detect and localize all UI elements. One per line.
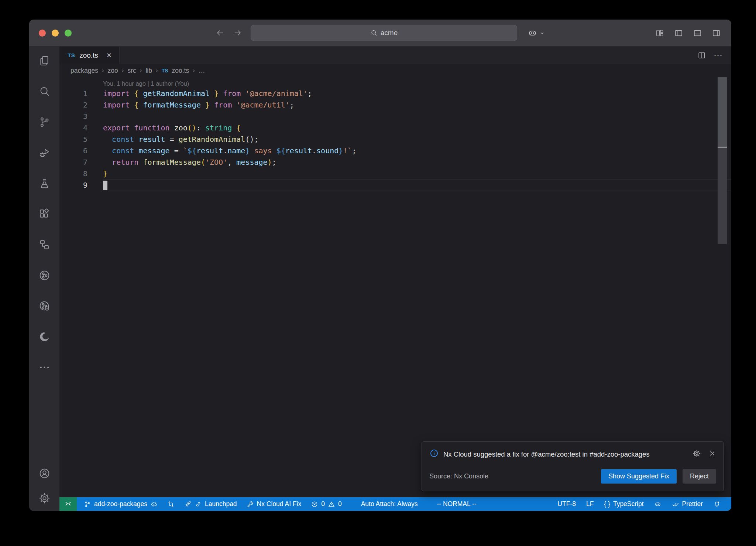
status-nx-cloud-ai-fix[interactable]: Nx Cloud AI Fix (243, 497, 306, 511)
copilot-menu[interactable] (528, 28, 545, 38)
activity-bar (29, 47, 59, 511)
code-line[interactable]: 4export function zoo(): string { (59, 122, 731, 134)
activity-source-control-icon[interactable] (38, 116, 51, 128)
code-line-text: import { formatMessage } from '@acme/uti… (103, 99, 731, 111)
code-token: import (103, 100, 130, 109)
minimize-window-button[interactable] (52, 30, 59, 37)
status-label: UTF-8 (557, 500, 576, 508)
reject-button[interactable]: Reject (683, 469, 716, 484)
code-token (103, 135, 112, 144)
tab-zoo-ts[interactable]: TS zoo.ts ✕ (59, 47, 120, 64)
warning-triangle-icon (328, 501, 335, 508)
status-auto-attach[interactable]: Auto Attach: Always (357, 497, 422, 511)
activity-more-views-icon[interactable] (38, 361, 51, 373)
code-token: ${ (188, 146, 196, 155)
breadcrumb-chevron-icon: › (122, 67, 124, 74)
code-token: message (138, 146, 169, 155)
status-label: -- NORMAL -- (437, 500, 476, 508)
code-token (130, 89, 134, 98)
code-token: 'ZOO' (205, 158, 227, 167)
forward-arrow-icon[interactable] (233, 28, 243, 38)
code-line-text: import { getRandomAnimal } from '@acme/a… (103, 88, 731, 99)
status-label: TypeScript (613, 500, 644, 508)
window-controls (39, 30, 72, 37)
split-editor-icon[interactable] (697, 51, 706, 60)
customize-layout-icon[interactable] (655, 28, 664, 38)
toggle-secondary-sidebar-icon[interactable] (712, 28, 721, 38)
activity-edge-tools-icon[interactable] (38, 331, 51, 343)
breadcrumb-item-file[interactable]: zoo.ts (172, 67, 189, 75)
status-vim-mode[interactable]: -- NORMAL -- (433, 497, 480, 511)
chevron-down-icon (539, 30, 545, 36)
activity-accounts-icon[interactable] (38, 467, 51, 480)
code-line[interactable]: 2import { formatMessage } from '@acme/ut… (59, 99, 731, 111)
code-token: } (205, 100, 210, 109)
status-copilot-status[interactable] (650, 497, 666, 511)
zoom-window-button[interactable] (65, 30, 72, 37)
command-center-search[interactable]: acme (251, 25, 517, 41)
line-number: 4 (59, 122, 87, 134)
activity-search-icon[interactable] (38, 85, 51, 98)
code-line[interactable]: 7 return formatMessage('ZOO', message); (59, 157, 731, 168)
code-line-text: return formatMessage('ZOO', message); (103, 157, 731, 168)
status-encoding[interactable]: UTF-8 (553, 497, 580, 511)
breadcrumb-item-src[interactable]: src (127, 67, 136, 75)
code-token: getRandomAnimal (179, 135, 245, 144)
status-notifications-bell[interactable] (709, 497, 725, 511)
show-suggested-fix-button[interactable]: Show Suggested Fix (601, 469, 677, 484)
status-language-mode[interactable]: { }TypeScript (600, 497, 647, 511)
notification-settings-gear-icon[interactable] (693, 449, 701, 458)
toggle-primary-sidebar-icon[interactable] (674, 28, 683, 38)
code-line[interactable]: 9 (59, 180, 731, 191)
status-label: 0 (321, 500, 325, 508)
code-line[interactable]: 6 const message = `${result.name} says $… (59, 145, 731, 157)
close-window-button[interactable] (39, 30, 46, 37)
line-number: 3 (59, 111, 87, 122)
code-line[interactable]: 8} (59, 168, 731, 180)
activity-nx-cloud-icon[interactable] (38, 300, 51, 312)
breadcrumb-item-zoo[interactable]: zoo (108, 67, 118, 75)
activity-explorer-icon[interactable] (38, 55, 51, 67)
editor-scrollbar[interactable] (718, 77, 727, 244)
search-value: acme (381, 29, 398, 37)
code-token (210, 100, 214, 109)
breadcrumb-item-more[interactable]: … (199, 67, 205, 75)
code-token (130, 123, 134, 132)
activity-nx-console-icon[interactable] (38, 269, 51, 281)
code-line[interactable]: 5 const result = getRandomAnimal(); (59, 134, 731, 145)
status-git-graph[interactable] (163, 497, 179, 511)
code-editor[interactable]: You, 1 hour ago | 1 author (You) 1import… (59, 77, 731, 497)
wrench-icon (247, 501, 254, 508)
close-tab-icon[interactable]: ✕ (106, 51, 112, 59)
code-token: sound (316, 146, 339, 155)
status-formatter-prettier[interactable]: Prettier (668, 497, 707, 511)
status-git-branch-status[interactable]: add-zoo-packages (80, 497, 162, 511)
code-token: : (196, 123, 205, 132)
code-token (201, 100, 205, 109)
status-launchpad[interactable]: Launchpad (180, 497, 241, 511)
more-actions-icon[interactable]: ⋯ (714, 54, 723, 57)
title-bar: acme (29, 20, 731, 47)
back-arrow-icon[interactable] (215, 28, 225, 38)
notification-close-icon[interactable] (708, 449, 716, 458)
code-token: ( (201, 158, 205, 167)
breadcrumb-item-packages[interactable]: packages (71, 67, 98, 75)
code-token: import (103, 89, 130, 98)
breadcrumb-item-lib[interactable]: lib (145, 67, 152, 75)
code-line[interactable]: 3 (59, 111, 731, 122)
activity-settings-icon[interactable] (38, 492, 51, 504)
status-problems[interactable]: 00 (307, 497, 346, 511)
remote-indicator[interactable] (59, 497, 77, 511)
code-token: export (103, 123, 130, 132)
activity-workspace-hierarchy-icon[interactable] (38, 239, 51, 251)
activity-testing-icon[interactable] (38, 177, 51, 190)
toggle-panel-icon[interactable] (693, 28, 702, 38)
breadcrumb-chevron-icon: › (156, 67, 158, 74)
status-eol[interactable]: LF (582, 497, 598, 511)
activity-run-debug-icon[interactable] (38, 147, 51, 159)
code-token: ; (307, 89, 312, 98)
code-token: const (112, 135, 134, 144)
code-line[interactable]: 1import { getRandomAnimal } from '@acme/… (59, 88, 731, 99)
code-token (138, 158, 143, 167)
activity-extensions-icon[interactable] (38, 208, 51, 220)
